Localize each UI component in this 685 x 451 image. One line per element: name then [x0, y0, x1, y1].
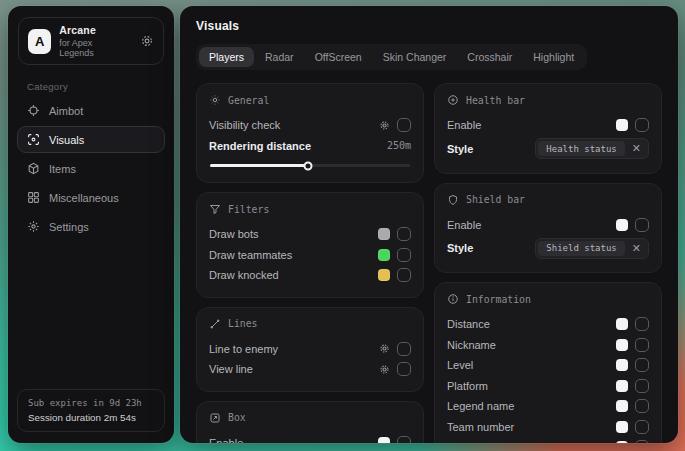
close-icon[interactable]: ✕	[632, 243, 641, 254]
panel-filters: Filters Draw bots Draw teammates	[196, 192, 424, 298]
gear-icon[interactable]	[379, 364, 390, 375]
color-swatch[interactable]	[378, 269, 390, 281]
panel-shield-bar: Shield bar Enable Style Shield status	[434, 183, 662, 274]
gear-icon	[27, 220, 40, 233]
panel-title: Health bar	[466, 95, 525, 106]
setting-row-box-enable: Enable	[209, 433, 411, 444]
sidebar-item-label: Settings	[49, 221, 89, 233]
shield-style-select[interactable]: Shield status ✕	[535, 238, 649, 259]
setting-row-health-style: Style Health status ✕	[447, 136, 649, 162]
category-label: Category	[27, 81, 174, 92]
panel-title: Information	[466, 294, 531, 305]
color-swatch[interactable]	[616, 119, 628, 131]
diagonal-line-icon	[209, 318, 221, 330]
team-number-checkbox[interactable]	[635, 420, 649, 434]
close-icon[interactable]: ✕	[632, 143, 641, 154]
box-enable-checkbox[interactable]	[397, 436, 411, 443]
color-swatch[interactable]	[616, 380, 628, 392]
sidebar-item-items[interactable]: Items	[17, 155, 165, 182]
color-swatch[interactable]	[378, 249, 390, 261]
gear-icon[interactable]	[140, 34, 154, 48]
setting-row-rendering-distance: Rendering distance 250m	[209, 136, 411, 157]
tab-highlight[interactable]: Highlight	[523, 47, 584, 67]
main-content: Visuals Players Radar OffScreen Skin Cha…	[180, 6, 678, 443]
sidebar-item-label: Aimbot	[49, 105, 83, 117]
panel-lines: Lines Line to enemy	[196, 307, 424, 392]
panel-title: Box	[228, 412, 246, 423]
panel-title: Lines	[228, 318, 258, 329]
sun-icon	[209, 94, 221, 106]
panel-title: General	[228, 95, 269, 106]
style-tag: Shield status	[538, 241, 624, 256]
filter-icon	[209, 203, 221, 215]
legend-name-checkbox[interactable]	[635, 399, 649, 413]
health-enable-checkbox[interactable]	[635, 118, 649, 132]
weapon-in-hands-checkbox[interactable]	[635, 440, 649, 443]
color-swatch[interactable]	[616, 359, 628, 371]
sidebar: A Arcane for Apex Legends Category A	[8, 6, 174, 443]
health-plus-icon	[447, 94, 459, 106]
panel-box: Box Enable Enable background	[196, 401, 424, 444]
sidebar-item-visuals[interactable]: Visuals	[17, 126, 165, 153]
tab-players[interactable]: Players	[199, 47, 254, 67]
subscription-info: Sub expires in 9d 23h Session duration 2…	[17, 389, 165, 432]
gear-icon[interactable]	[379, 120, 390, 131]
tab-skin-changer[interactable]: Skin Changer	[373, 47, 457, 67]
app-name: Arcane	[59, 24, 124, 36]
panel-general: General Visibility check	[196, 83, 424, 183]
box-icon	[209, 412, 221, 424]
setting-row-shield-enable: Enable	[447, 215, 649, 236]
sidebar-nav: Aimbot Visuals Items	[8, 97, 174, 240]
draw-teammates-checkbox[interactable]	[397, 248, 411, 262]
setting-row-team-number: Team number	[447, 417, 649, 438]
panel-title: Shield bar	[466, 194, 525, 205]
color-swatch[interactable]	[616, 421, 628, 433]
tab-crosshair[interactable]: Crosshair	[457, 47, 522, 67]
setting-row-distance: Distance	[447, 314, 649, 335]
platform-checkbox[interactable]	[635, 379, 649, 393]
color-swatch[interactable]	[616, 318, 628, 330]
line-to-enemy-checkbox[interactable]	[397, 342, 411, 356]
gear-icon[interactable]	[379, 343, 390, 354]
setting-row-legend-name: Legend name	[447, 396, 649, 417]
sidebar-item-settings[interactable]: Settings	[17, 213, 165, 240]
setting-row-nickname: Nickname	[447, 335, 649, 356]
draw-knocked-checkbox[interactable]	[397, 268, 411, 282]
color-swatch[interactable]	[378, 437, 390, 443]
tab-offscreen[interactable]: OffScreen	[305, 47, 372, 67]
health-style-select[interactable]: Health status ✕	[535, 138, 649, 159]
package-icon	[27, 162, 40, 175]
rendering-distance-value: 250m	[387, 140, 411, 151]
sub-expires-text: Sub expires in 9d 23h	[28, 398, 154, 408]
level-checkbox[interactable]	[635, 358, 649, 372]
draw-bots-checkbox[interactable]	[397, 227, 411, 241]
grid-icon	[27, 191, 40, 204]
setting-row-health-enable: Enable	[447, 115, 649, 136]
nickname-checkbox[interactable]	[635, 338, 649, 352]
app-subtitle: for Apex Legends	[59, 38, 124, 58]
sidebar-item-aimbot[interactable]: Aimbot	[17, 97, 165, 124]
color-swatch[interactable]	[616, 400, 628, 412]
info-icon	[447, 293, 459, 305]
setting-row-visibility-check: Visibility check	[209, 115, 411, 136]
session-duration-text: Session duration 2m 54s	[28, 412, 154, 423]
visibility-check-checkbox[interactable]	[397, 118, 411, 132]
slider-thumb[interactable]	[304, 161, 313, 170]
style-tag: Health status	[538, 141, 624, 156]
distance-checkbox[interactable]	[635, 317, 649, 331]
sidebar-item-miscellaneous[interactable]: Miscellaneous	[17, 184, 165, 211]
color-swatch[interactable]	[616, 219, 628, 231]
color-swatch[interactable]	[616, 441, 628, 443]
setting-row-draw-teammates: Draw teammates	[209, 245, 411, 266]
panel-health-bar: Health bar Enable Style Health status	[434, 83, 662, 174]
shield-enable-checkbox[interactable]	[635, 218, 649, 232]
panel-title: Filters	[228, 204, 269, 215]
setting-row-draw-knocked: Draw knocked	[209, 265, 411, 286]
page-title: Visuals	[196, 19, 662, 33]
color-swatch[interactable]	[616, 339, 628, 351]
tab-radar[interactable]: Radar	[255, 47, 304, 67]
view-line-checkbox[interactable]	[397, 362, 411, 376]
color-swatch[interactable]	[378, 228, 390, 240]
rendering-distance-slider[interactable]	[210, 164, 410, 167]
setting-row-platform: Platform	[447, 376, 649, 397]
